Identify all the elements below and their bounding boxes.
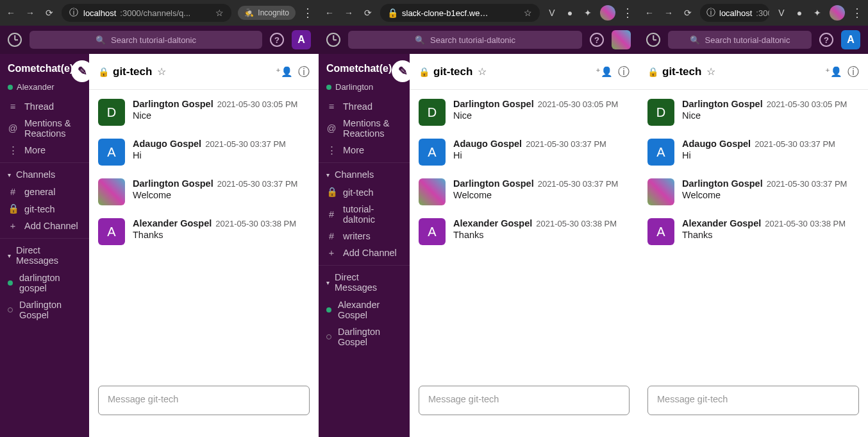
compose-button[interactable]: ✎: [392, 60, 410, 82]
workspace-name[interactable]: Cometchat(e)✎: [0, 54, 89, 82]
channel-title[interactable]: 🔒git-tech: [647, 65, 701, 78]
star-icon[interactable]: ☆: [706, 65, 715, 78]
sidebar-channel[interactable]: #general: [0, 184, 89, 200]
channels-section-header[interactable]: ▾Channels: [319, 162, 410, 184]
message-avatar[interactable]: D: [419, 99, 446, 126]
message-row[interactable]: AAdaugo Gospel2021-05-30 03:37 PMHi: [98, 132, 310, 172]
message-row[interactable]: Darlington Gospel2021-05-30 03:37 PMWelc…: [647, 172, 859, 212]
message-row[interactable]: Darlington Gospel2021-05-30 03:37 PMWelc…: [98, 172, 310, 212]
sidebar-item[interactable]: ⋮More: [0, 142, 89, 159]
message-row[interactable]: DDarlington Gospel2021-05-30 03:05 PMNic…: [98, 92, 310, 132]
extension-icon[interactable]: V: [776, 7, 787, 19]
extension-icon[interactable]: ●: [794, 7, 805, 19]
browser-menu-button[interactable]: ⋮: [622, 7, 633, 19]
star-icon[interactable]: ☆: [478, 65, 487, 78]
message-avatar[interactable]: [98, 178, 125, 205]
add-people-icon[interactable]: ⁺👤: [276, 66, 293, 78]
star-icon[interactable]: ☆: [157, 65, 166, 78]
reload-button[interactable]: ⟳: [44, 7, 55, 19]
extension-icon[interactable]: ✦: [582, 7, 594, 19]
back-button[interactable]: ←: [5, 7, 17, 19]
sidebar-channel[interactable]: +Add Channel: [319, 244, 410, 261]
message-row[interactable]: AAlexander Gospel2021-05-30 03:38 PMThan…: [419, 212, 630, 252]
sidebar-dm[interactable]: darlington gospel: [0, 270, 89, 296]
address-bar[interactable]: ⓘlocalhost:3000/chann...☆: [700, 4, 769, 22]
info-icon[interactable]: ⓘ: [618, 64, 630, 80]
message-composer[interactable]: Message git-tech: [647, 386, 859, 415]
current-user-avatar[interactable]: [612, 30, 631, 49]
message-row[interactable]: DDarlington Gospel2021-05-30 03:05 PMNic…: [647, 92, 859, 132]
back-button[interactable]: ←: [324, 7, 335, 19]
message-avatar[interactable]: [647, 178, 674, 205]
sidebar-channel[interactable]: 🔒git-tech: [0, 200, 89, 218]
compose-button[interactable]: ✎: [71, 60, 89, 82]
sidebar-dm[interactable]: Alexander Gospel: [319, 296, 410, 323]
message-avatar[interactable]: A: [98, 139, 125, 166]
bookmark-star-icon[interactable]: ☆: [522, 7, 533, 19]
history-icon[interactable]: [326, 33, 340, 47]
dm-section-header[interactable]: ▾Direct Messages: [319, 265, 410, 296]
browser-menu-button[interactable]: ⋮: [302, 7, 313, 19]
message-row[interactable]: AAdaugo Gospel2021-05-30 03:37 PMHi: [419, 132, 630, 172]
channels-section-header[interactable]: ▾Channels: [0, 162, 89, 184]
profile-avatar-icon[interactable]: [830, 5, 845, 21]
global-search[interactable]: 🔍Search tutorial-daltonic: [29, 31, 262, 49]
sidebar-item[interactable]: @Mentions & Reactions: [0, 115, 89, 142]
global-search[interactable]: 🔍Search tutorial-daltonic: [668, 31, 812, 49]
sidebar-item[interactable]: ≡Thread: [0, 98, 89, 115]
message-row[interactable]: AAlexander Gospel2021-05-30 03:38 PMThan…: [98, 212, 310, 252]
add-people-icon[interactable]: ⁺👤: [596, 66, 613, 78]
history-icon[interactable]: [646, 33, 660, 47]
dm-section-header[interactable]: ▾Direct Messages: [0, 238, 89, 270]
message-row[interactable]: DDarlington Gospel2021-05-30 03:05 PMNic…: [419, 92, 630, 132]
add-people-icon[interactable]: ⁺👤: [825, 66, 842, 78]
message-avatar[interactable]: D: [98, 99, 125, 126]
help-button[interactable]: ?: [819, 33, 833, 47]
back-button[interactable]: ←: [644, 7, 655, 19]
extension-icon[interactable]: ●: [564, 7, 576, 19]
message-avatar[interactable]: A: [419, 218, 446, 245]
help-button[interactable]: ?: [270, 33, 284, 47]
info-icon[interactable]: ⓘ: [298, 64, 310, 80]
current-user-avatar[interactable]: A: [841, 30, 860, 49]
sidebar-item[interactable]: @Mentions & Reactions: [319, 115, 410, 142]
workspace-name[interactable]: Cometchat(e)✎: [319, 54, 410, 82]
sidebar-item[interactable]: ⋮More: [319, 142, 410, 159]
channel-title[interactable]: 🔒git-tech: [419, 65, 472, 78]
site-info-icon[interactable]: ⓘ: [706, 7, 715, 19]
message-avatar[interactable]: A: [98, 218, 125, 245]
forward-button[interactable]: →: [343, 7, 355, 19]
global-search[interactable]: 🔍Search tutorial-daltonic: [348, 31, 582, 49]
sidebar-dm[interactable]: Darlington Gospel: [0, 296, 89, 323]
site-info-icon[interactable]: ⓘ: [68, 7, 79, 19]
forward-button[interactable]: →: [24, 7, 36, 19]
reload-button[interactable]: ⟳: [362, 7, 374, 19]
address-bar[interactable]: 🔒slack-clone-b1ecf.we…☆: [380, 4, 540, 22]
info-icon[interactable]: ⓘ: [847, 64, 859, 80]
message-row[interactable]: AAlexander Gospel2021-05-30 03:38 PMThan…: [647, 212, 859, 252]
message-avatar[interactable]: D: [647, 99, 674, 126]
current-user-avatar[interactable]: A: [292, 30, 311, 49]
sidebar-channel[interactable]: +Add Channel: [0, 218, 89, 234]
help-button[interactable]: ?: [590, 33, 604, 47]
forward-button[interactable]: →: [663, 7, 674, 19]
message-row[interactable]: AAdaugo Gospel2021-05-30 03:37 PMHi: [647, 132, 859, 172]
extension-icon[interactable]: ✦: [812, 7, 823, 19]
message-avatar[interactable]: A: [647, 139, 674, 166]
profile-avatar-icon[interactable]: [600, 5, 615, 21]
extension-icon[interactable]: V: [546, 7, 558, 19]
history-icon[interactable]: [8, 33, 22, 47]
message-row[interactable]: Darlington Gospel2021-05-30 03:37 PMWelc…: [419, 172, 630, 212]
message-avatar[interactable]: A: [419, 139, 446, 166]
channel-title[interactable]: 🔒git-tech: [98, 65, 152, 78]
sidebar-channel[interactable]: 🔒git-tech: [319, 184, 410, 201]
site-info-icon[interactable]: 🔒: [387, 7, 398, 19]
address-bar[interactable]: ⓘlocalhost:3000/channels/q...☆: [62, 4, 231, 22]
message-avatar[interactable]: A: [647, 218, 674, 245]
sidebar-channel[interactable]: #tutorial-daltonic: [319, 201, 410, 228]
reload-button[interactable]: ⟳: [682, 7, 694, 19]
sidebar-channel[interactable]: #writers: [319, 228, 410, 244]
message-avatar[interactable]: [419, 178, 446, 205]
sidebar-dm[interactable]: Darlington Gospel: [319, 323, 410, 350]
message-composer[interactable]: Message git-tech: [98, 386, 310, 415]
